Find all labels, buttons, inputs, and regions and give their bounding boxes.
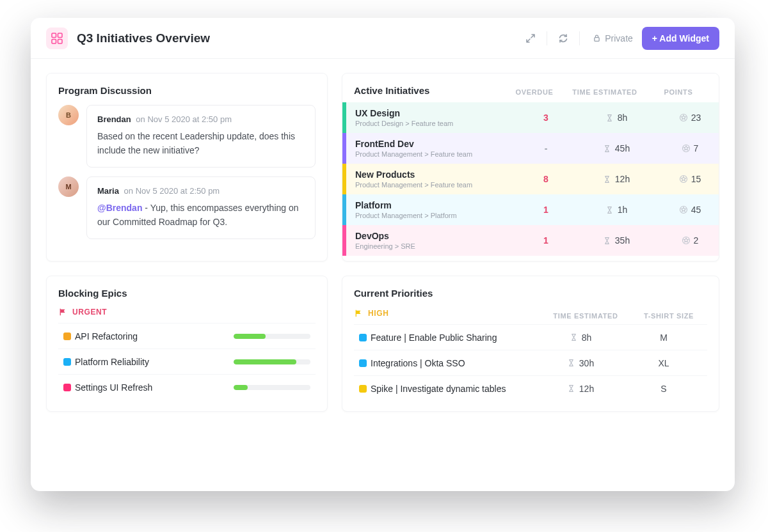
progress-bar (234, 359, 310, 364)
points-value: 7 (661, 143, 719, 153)
active-initiatives-card: Active Initiatives OVERDUE TIME ESTIMATE… (342, 73, 719, 262)
points-value: 45 (661, 205, 719, 215)
time-estimated: 1h (572, 205, 661, 215)
priority-row[interactable]: Spike | Investigate dynamic tables12hS (354, 375, 707, 401)
progress-bar (234, 385, 310, 390)
initiative-row[interactable]: PlatformProduct Management > Platform11h… (342, 194, 719, 225)
epic-name: Platform Reliability (75, 357, 234, 367)
comment-meta: Brendan on Nov 5 2020 at 2:50 pm (97, 114, 305, 124)
color-chip (359, 334, 367, 341)
lock-icon (593, 34, 601, 42)
avatar: M (58, 176, 79, 197)
epic-name: Settings UI Refresh (75, 382, 234, 393)
initiative-rows: UX DesignProduct Design > Feature team38… (342, 102, 719, 256)
overdue-value: 3 (520, 113, 572, 123)
initiative-main: New ProductsProduct Management > Feature… (346, 169, 520, 189)
comment-body: @Brendan - Yup, this encompasses everyth… (97, 201, 305, 230)
initiative-row[interactable]: DevOpsEngineering > SRE135h2 (342, 225, 719, 256)
privacy-label: Private (605, 33, 633, 43)
comment-author: Maria (97, 186, 119, 196)
time-estimated: 12h (572, 174, 661, 184)
flag-label: HIGH (368, 309, 388, 318)
initiative-row[interactable]: New ProductsProduct Management > Feature… (342, 164, 719, 194)
col-size: T-SHIRT SIZE (630, 312, 707, 320)
time-estimated: 35h (572, 235, 661, 246)
overdue-value: 1 (520, 235, 572, 246)
col-time: TIME ESTIMATED (560, 88, 650, 96)
col-overdue: OVERDUE (509, 88, 560, 96)
time-estimated: 30h (536, 358, 625, 368)
svg-rect-2 (52, 39, 56, 43)
initiative-name: UX Design (355, 108, 520, 119)
priority-rows: Feature | Enable Public Sharing8hMIntegr… (354, 324, 707, 401)
epic-rows: API RefactoringPlatform ReliabilitySetti… (58, 323, 316, 400)
comment-meta: Maria on Nov 5 2020 at 2:50 pm (97, 186, 305, 196)
time-estimated: 8h (536, 332, 625, 343)
initiative-main: PlatformProduct Management > Platform (346, 200, 520, 220)
urgent-flag-row: URGENT (58, 308, 316, 317)
initiative-name: FrontEnd Dev (355, 139, 520, 150)
card-title: Program Discussion (58, 85, 316, 96)
privacy-indicator[interactable]: Private (593, 33, 633, 43)
add-widget-button[interactable]: + Add Widget (642, 27, 719, 50)
app-icon (46, 27, 68, 49)
flag-icon (354, 309, 363, 318)
avatar: B (58, 105, 79, 125)
progress-bar (234, 334, 310, 339)
page-title: Q3 Initiatives Overview (77, 31, 210, 45)
epic-row[interactable]: Settings UI Refresh (58, 374, 316, 400)
program-discussion-card: Program Discussion B Brendan on Nov 5 20… (46, 73, 328, 262)
overdue-value: - (520, 143, 572, 153)
card-title: Active Initiatives (354, 85, 509, 96)
time-estimated: 12h (536, 384, 625, 394)
blocking-epics-card: Blocking Epics URGENT API RefactoringPla… (46, 276, 328, 412)
initiative-name: DevOps (355, 231, 520, 242)
svg-rect-0 (52, 33, 56, 38)
svg-rect-3 (58, 39, 63, 43)
priority-name: Feature | Enable Public Sharing (371, 332, 536, 343)
epic-row[interactable]: Platform Reliability (58, 348, 316, 374)
priority-row[interactable]: Feature | Enable Public Sharing8hM (354, 324, 707, 350)
comment-row: M Maria on Nov 5 2020 at 2:50 pm @Brenda… (58, 176, 316, 239)
priority-name: Integrations | Okta SSO (371, 358, 536, 368)
expand-icon[interactable] (521, 29, 540, 48)
refresh-icon[interactable] (554, 29, 573, 48)
priority-name: Spike | Investigate dynamic tables (371, 384, 536, 394)
tshirt-size: M (625, 332, 702, 343)
initiative-row[interactable]: UX DesignProduct Design > Feature team38… (342, 102, 719, 133)
points-value: 23 (661, 113, 719, 123)
initiative-name: Platform (355, 200, 520, 211)
comment-author: Brendan (97, 114, 131, 124)
initiative-name: New Products (355, 169, 520, 180)
epic-row[interactable]: API Refactoring (58, 323, 316, 348)
svg-rect-4 (595, 38, 599, 42)
priority-row[interactable]: Integrations | Okta SSO30hXL (354, 350, 707, 375)
time-estimated: 8h (572, 113, 661, 123)
comment-body: Based on the recent Leadership update, d… (97, 129, 305, 158)
initiative-row[interactable]: FrontEnd DevProduct Management > Feature… (342, 133, 719, 164)
initiative-crumb: Product Design > Feature team (355, 120, 520, 127)
card-title: Blocking Epics (58, 288, 316, 299)
initiative-main: DevOpsEngineering > SRE (346, 231, 520, 251)
flag-label: URGENT (72, 308, 107, 317)
mention[interactable]: @Brendan (97, 203, 142, 213)
initiative-main: UX DesignProduct Design > Feature team (346, 108, 520, 128)
svg-rect-1 (58, 33, 63, 38)
epic-name: API Refactoring (75, 331, 234, 341)
topbar: Q3 Initiatives Overview Private + Add Wi… (31, 18, 735, 59)
col-time: TIME ESTIMATED (541, 312, 630, 320)
initiative-crumb: Product Management > Feature team (355, 150, 520, 158)
card-title: Current Priorities (354, 288, 707, 299)
col-points: POINTS (650, 88, 707, 96)
color-chip (63, 358, 71, 366)
initiative-crumb: Product Management > Feature team (355, 181, 520, 189)
comment-bubble: Brendan on Nov 5 2020 at 2:50 pm Based o… (86, 105, 316, 168)
color-chip (63, 384, 71, 391)
initiative-crumb: Engineering > SRE (355, 242, 520, 250)
overdue-value: 8 (520, 174, 572, 184)
current-priorities-card: Current Priorities HIGH TIME ESTIMATED T… (342, 276, 719, 412)
color-chip (359, 359, 367, 367)
time-estimated: 45h (572, 143, 661, 153)
comment-row: B Brendan on Nov 5 2020 at 2:50 pm Based… (58, 105, 316, 168)
tshirt-size: XL (625, 358, 702, 368)
